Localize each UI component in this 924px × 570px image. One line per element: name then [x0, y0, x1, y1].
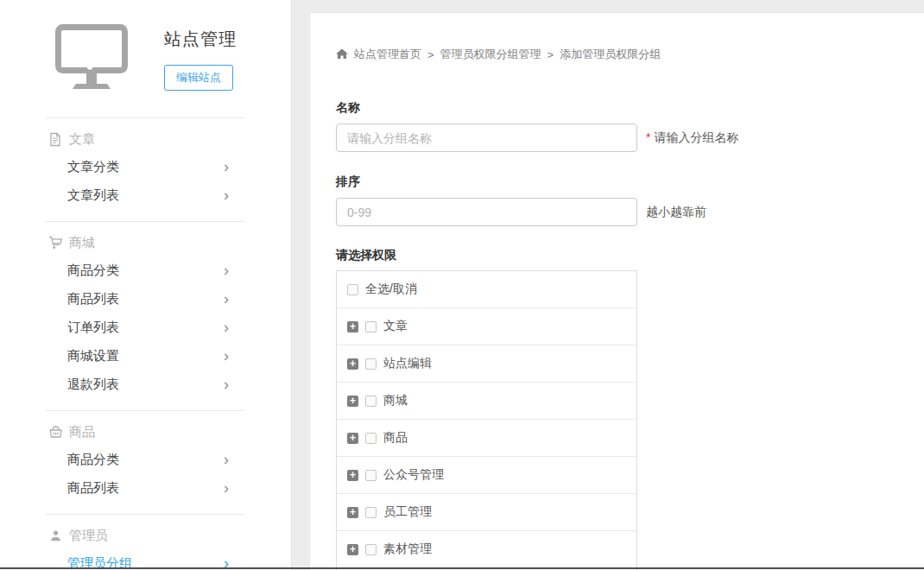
- sidebar-item-goods-list[interactable]: 商品列表 ›: [0, 285, 291, 314]
- name-hint: *请输入分组名称: [646, 130, 738, 146]
- sidebar-item-product-category[interactable]: 商品分类 ›: [0, 446, 291, 474]
- sidebar-section-label: 管理员: [69, 528, 108, 544]
- select-all-checkbox[interactable]: [347, 284, 358, 295]
- sidebar-item-article-list[interactable]: 文章列表 ›: [0, 181, 291, 210]
- goods-icon: [47, 424, 63, 440]
- sidebar-section-admin: 管理员: [0, 522, 291, 549]
- chevron-right-icon: ›: [224, 452, 229, 467]
- sidebar-item-order-list[interactable]: 订单列表 ›: [0, 314, 291, 342]
- permissions-box: 全选/取消 + 文章 + 站点编辑 + 商城 + 商品 + 公众号管理: [336, 270, 637, 570]
- mall-icon: [47, 235, 63, 250]
- expand-plus-icon[interactable]: +: [347, 544, 358, 555]
- perm-label: 商城: [383, 393, 408, 408]
- expand-plus-icon[interactable]: +: [347, 470, 358, 481]
- expand-plus-icon[interactable]: +: [347, 396, 358, 407]
- sidebar-item-mall-settings[interactable]: 商城设置 ›: [0, 342, 291, 370]
- sidebar-section-mall: 商城: [0, 229, 291, 256]
- sort-hint: 越小越靠前: [646, 205, 706, 220]
- group-name-input[interactable]: [336, 124, 637, 152]
- perm-row-staff: + 员工管理: [337, 494, 636, 531]
- chevron-right-icon: ›: [224, 159, 229, 174]
- expand-plus-icon[interactable]: +: [347, 507, 358, 518]
- sidebar-section-product: 商品: [0, 418, 291, 446]
- sidebar-item-label: 商城设置: [67, 348, 119, 364]
- sidebar-section-label: 文章: [69, 131, 95, 148]
- name-hint-text: 请输入分组名称: [654, 130, 738, 144]
- breadcrumb-home[interactable]: 站点管理首页: [354, 47, 421, 62]
- site-title: 站点管理: [164, 28, 237, 51]
- perm-checkbox[interactable]: [365, 433, 377, 444]
- perm-row-mall: + 商城: [337, 383, 636, 420]
- edit-site-button[interactable]: 编辑站点: [164, 65, 233, 91]
- chevron-right-icon: ›: [224, 348, 229, 364]
- breadcrumb-separator: >: [427, 48, 434, 61]
- perm-checkbox[interactable]: [365, 358, 377, 370]
- perm-row-select-all: 全选/取消: [337, 271, 636, 308]
- divider: [46, 221, 244, 222]
- perm-label: 站点编辑: [383, 356, 432, 371]
- perm-label: 文章: [383, 319, 408, 334]
- perm-row-goods: + 商品: [337, 420, 636, 457]
- breadcrumb-group-manage[interactable]: 管理员权限分组管理: [440, 47, 541, 62]
- site-header: 站点管理 编辑站点: [0, 0, 291, 93]
- perm-checkbox[interactable]: [365, 321, 377, 332]
- chevron-right-icon: ›: [224, 377, 229, 392]
- perm-label: 商品: [383, 430, 408, 446]
- chevron-right-icon: ›: [224, 187, 229, 203]
- divider: [46, 117, 244, 118]
- perm-row-site-edit: + 站点编辑: [337, 345, 636, 383]
- sidebar-item-label: 退款列表: [67, 377, 119, 393]
- expand-plus-icon[interactable]: +: [347, 433, 358, 444]
- perm-label: 素材管理: [383, 542, 432, 557]
- required-asterisk: *: [646, 130, 650, 144]
- perm-label: 员工管理: [383, 504, 432, 520]
- sidebar-item-label: 文章列表: [67, 187, 119, 204]
- sidebar-item-label: 商品分类: [67, 263, 119, 279]
- perm-row-material: + 素材管理: [337, 531, 636, 568]
- perm-checkbox[interactable]: [365, 396, 377, 407]
- sidebar-section-label: 商城: [69, 235, 95, 251]
- window-bottom-edge: [0, 567, 924, 569]
- sidebar-section-article: 文章: [0, 125, 291, 153]
- sort-input[interactable]: [336, 198, 637, 226]
- divider: [46, 410, 244, 411]
- breadcrumb: 站点管理首页 > 管理员权限分组管理 > 添加管理员权限分组: [336, 47, 924, 62]
- perm-label: 公众号管理: [383, 467, 444, 483]
- sidebar: 站点管理 编辑站点 文章 文章分类 › 文章列表 › 商城 商品分类 › 商品列…: [0, 0, 292, 570]
- perm-checkbox[interactable]: [365, 507, 377, 518]
- chevron-right-icon: ›: [224, 291, 229, 307]
- perm-checkbox[interactable]: [365, 544, 377, 555]
- sidebar-section-label: 商品: [69, 424, 95, 440]
- home-icon: [336, 48, 348, 60]
- admin-icon: [47, 528, 63, 543]
- sidebar-item-goods-category[interactable]: 商品分类 ›: [0, 256, 291, 285]
- perm-label: 全选/取消: [365, 282, 417, 297]
- main-panel: 站点管理首页 > 管理员权限分组管理 > 添加管理员权限分组 名称 *请输入分组…: [309, 12, 924, 570]
- name-label: 名称: [336, 100, 924, 116]
- sort-label: 排序: [336, 174, 924, 190]
- perm-checkbox[interactable]: [365, 470, 377, 481]
- expand-plus-icon[interactable]: +: [347, 321, 358, 332]
- article-icon: [47, 131, 63, 147]
- perm-row-article: + 文章: [337, 308, 636, 345]
- chevron-right-icon: ›: [224, 263, 229, 278]
- sidebar-item-article-category[interactable]: 文章分类 ›: [0, 153, 291, 181]
- breadcrumb-current: 添加管理员权限分组: [560, 47, 661, 62]
- expand-plus-icon[interactable]: +: [347, 358, 358, 370]
- chevron-right-icon: ›: [224, 320, 229, 335]
- sidebar-item-label: 商品列表: [67, 480, 119, 497]
- sidebar-item-product-list[interactable]: 商品列表 ›: [0, 474, 291, 503]
- permissions-label: 请选择权限: [336, 248, 924, 263]
- chevron-right-icon: ›: [224, 480, 229, 496]
- perm-row-official-account: + 公众号管理: [337, 457, 636, 494]
- sidebar-item-label: 商品列表: [67, 291, 119, 307]
- sidebar-item-refund-list[interactable]: 退款列表 ›: [0, 370, 291, 399]
- breadcrumb-separator: >: [547, 48, 554, 61]
- divider: [46, 514, 244, 515]
- sidebar-item-label: 订单列表: [67, 320, 119, 336]
- sidebar-item-label: 文章分类: [67, 159, 119, 175]
- sidebar-item-label: 商品分类: [67, 452, 119, 468]
- monitor-icon: [55, 24, 128, 93]
